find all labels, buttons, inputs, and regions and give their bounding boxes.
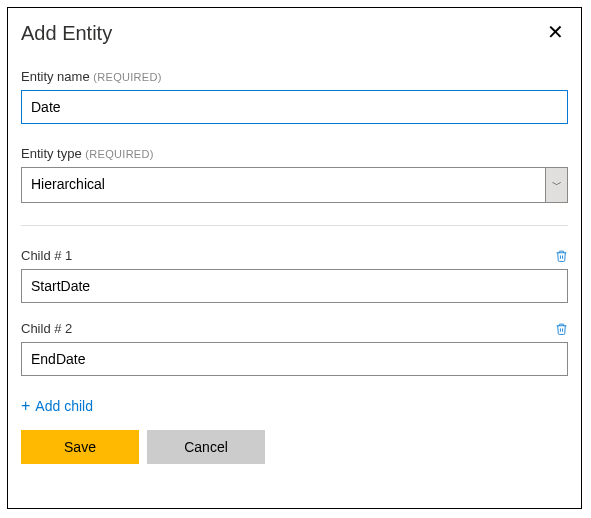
entity-type-select[interactable]: Hierarchical ﹀ [21,167,568,203]
entity-name-label: Entity name (REQUIRED) [21,69,568,84]
plus-icon: + [21,398,30,414]
child-2-label: Child # 2 [21,321,72,336]
button-row: Save Cancel [21,430,568,464]
dialog-header: Add Entity ✕ [21,22,568,45]
divider [21,225,568,226]
required-tag: (REQUIRED) [93,71,161,83]
entity-type-value: Hierarchical [22,168,545,202]
add-entity-dialog: Add Entity ✕ Entity name (REQUIRED) Enti… [7,7,582,509]
close-icon[interactable]: ✕ [543,22,568,42]
child-1-label: Child # 1 [21,248,72,263]
save-button[interactable]: Save [21,430,139,464]
child-label-row: Child # 2 [21,321,568,336]
cancel-button[interactable]: Cancel [147,430,265,464]
entity-name-input[interactable] [21,90,568,124]
trash-icon[interactable] [555,249,568,263]
child-1-input[interactable] [21,269,568,303]
child-2-input[interactable] [21,342,568,376]
entity-type-group: Entity type (REQUIRED) Hierarchical ﹀ [21,146,568,203]
add-child-button[interactable]: + Add child [21,398,93,414]
entity-name-label-text: Entity name [21,69,90,84]
child-row-1: Child # 1 [21,248,568,303]
trash-icon[interactable] [555,322,568,336]
chevron-down-icon: ﹀ [545,168,567,202]
entity-name-group: Entity name (REQUIRED) [21,69,568,124]
add-child-label: Add child [35,398,93,414]
dialog-title: Add Entity [21,22,112,45]
entity-type-label: Entity type (REQUIRED) [21,146,568,161]
child-row-2: Child # 2 [21,321,568,376]
entity-type-label-text: Entity type [21,146,82,161]
child-label-row: Child # 1 [21,248,568,263]
required-tag: (REQUIRED) [85,148,153,160]
